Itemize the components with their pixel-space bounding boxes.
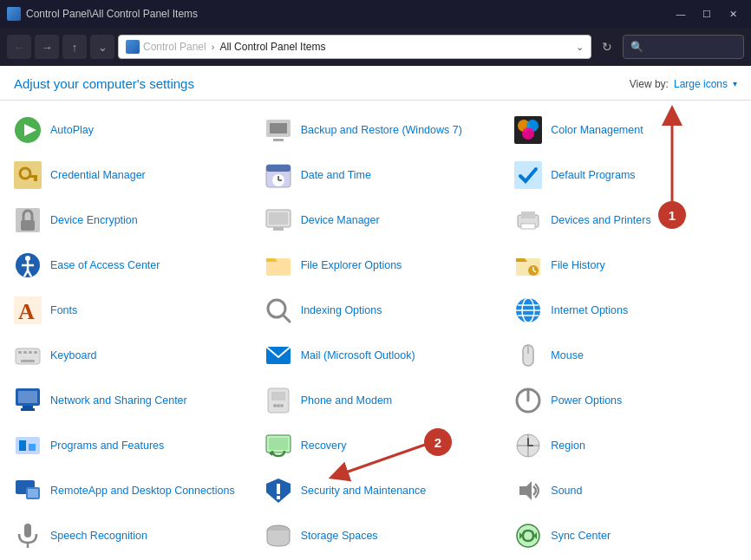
control-panel-item-keyboard[interactable]: Keyboard [0, 333, 251, 378]
search-input[interactable] [623, 35, 744, 59]
control-panel-item-recovery[interactable]: Recovery [251, 423, 501, 468]
security-maintenance-icon [264, 477, 292, 505]
control-panel-grid: AutoPlayBackup and Restore (Windows 7)Co… [0, 101, 751, 560]
sync-center-label: Sync Center [551, 529, 611, 543]
svg-rect-23 [273, 227, 284, 231]
power-options-label: Power Options [551, 394, 622, 407]
forward-button[interactable]: → [35, 35, 59, 59]
keyboard-label: Keyboard [50, 348, 97, 362]
control-panel-item-programs-features[interactable]: Programs and Features [0, 423, 251, 468]
svg-rect-50 [29, 351, 32, 354]
control-panel-item-sync-center[interactable]: Sync Center [500, 513, 751, 558]
control-panel-item-devices-printers[interactable]: Devices and Printers [500, 198, 751, 243]
control-panel-item-network-sharing[interactable]: Network and Sharing Center [0, 378, 251, 423]
svg-rect-69 [29, 444, 36, 451]
svg-point-64 [280, 404, 284, 407]
address-box[interactable]: Control Panel › All Control Panel Items … [118, 35, 591, 59]
control-panel-item-ease-of-access[interactable]: Ease of Access Center [0, 243, 251, 288]
phone-modem-label: Phone and Modem [301, 394, 393, 407]
date-time-label: Date and Time [301, 168, 371, 182]
recent-button[interactable]: ⌄ [90, 35, 114, 59]
file-history-icon [514, 251, 542, 279]
close-button[interactable]: ✕ [722, 5, 744, 23]
region-label: Region [551, 439, 585, 453]
fonts-icon: A [14, 296, 42, 324]
control-panel-item-sound[interactable]: Sound [500, 468, 751, 513]
control-panel-item-storage-spaces[interactable]: Storage Spaces [251, 513, 501, 558]
svg-rect-83 [277, 496, 280, 499]
svg-point-8 [522, 127, 534, 140]
devices-printers-icon [514, 206, 542, 234]
color-management-icon [514, 116, 542, 144]
svg-point-28 [25, 256, 30, 261]
svg-rect-48 [18, 351, 22, 354]
control-panel-item-internet-options[interactable]: Internet Options [500, 288, 751, 333]
refresh-button[interactable]: ↻ [595, 35, 619, 59]
path-icon [126, 40, 140, 54]
device-encryption-label: Device Encryption [50, 213, 138, 227]
file-explorer-options-icon [264, 251, 292, 279]
maximize-button[interactable]: ☐ [695, 5, 718, 23]
control-panel-item-mouse[interactable]: Mouse [500, 333, 751, 378]
control-panel-item-credential-manager[interactable]: Credential Manager [0, 153, 251, 198]
control-panel-item-file-explorer-options[interactable]: File Explorer Options [251, 243, 501, 288]
device-encryption-icon [14, 206, 42, 234]
control-panel-item-fonts[interactable]: AFonts [0, 288, 251, 333]
internet-options-icon [514, 296, 542, 324]
control-panel-item-autoplay[interactable]: AutoPlay [0, 107, 251, 153]
svg-rect-82 [277, 484, 280, 494]
control-panel-item-indexing-options[interactable]: Indexing Options [251, 288, 501, 333]
control-panel-item-phone-modem[interactable]: Phone and Modem [251, 378, 501, 423]
svg-rect-11 [29, 175, 37, 178]
path-part-1: Control Panel [143, 41, 206, 53]
svg-rect-85 [24, 524, 31, 537]
svg-rect-71 [269, 438, 288, 450]
control-panel-item-device-encryption[interactable]: Device Encryption [0, 198, 251, 243]
network-sharing-icon [14, 387, 42, 414]
view-by-label: View by: [630, 78, 669, 90]
control-panel-item-device-manager[interactable]: Device Manager [251, 198, 501, 243]
mail-icon [264, 342, 292, 369]
device-manager-icon [264, 206, 292, 234]
control-panel-item-file-history[interactable]: File History [500, 243, 751, 288]
control-panel-item-region[interactable]: Region [500, 423, 751, 468]
backup-restore-icon [264, 116, 292, 144]
control-panel-item-default-programs[interactable]: Default Programs [500, 153, 751, 198]
credential-manager-label: Credential Manager [50, 168, 146, 182]
default-programs-icon [514, 161, 542, 189]
svg-rect-3 [270, 123, 287, 133]
network-sharing-label: Network and Sharing Center [50, 394, 187, 407]
view-by-control[interactable]: View by: Large icons ▾ [630, 78, 737, 90]
control-panel-item-backup-restore[interactable]: Backup and Restore (Windows 7) [251, 107, 501, 153]
control-panel-item-security-maintenance[interactable]: Security and Maintenance [251, 468, 501, 513]
ease-of-access-label: Ease of Access Center [50, 258, 160, 272]
svg-text:A: A [18, 299, 35, 324]
control-panel-item-power-options[interactable]: Power Options [500, 378, 751, 423]
control-panel-item-color-management[interactable]: Color Management [500, 107, 751, 153]
control-panel-item-date-time[interactable]: Date and Time [251, 153, 501, 198]
chevron-down-icon[interactable]: ▾ [733, 79, 737, 88]
indexing-options-icon [264, 296, 292, 324]
header-bar: Adjust your computer's settings View by:… [0, 66, 751, 101]
security-maintenance-label: Security and Maintenance [301, 484, 427, 498]
svg-rect-12 [34, 178, 37, 181]
svg-rect-68 [19, 440, 26, 451]
control-panel-item-mail[interactable]: Mail (Microsoft Outlook) [251, 333, 501, 378]
indexing-options-label: Indexing Options [301, 303, 382, 317]
svg-rect-59 [21, 408, 35, 411]
view-by-value[interactable]: Large icons [674, 78, 728, 90]
fonts-label: Fonts [50, 303, 77, 317]
remoteapp-icon [14, 477, 42, 505]
app-icon [7, 7, 21, 21]
window-controls: — ☐ ✕ [669, 5, 744, 23]
svg-point-62 [273, 404, 277, 407]
control-panel-item-remoteapp[interactable]: RemoteApp and Desktop Connections [0, 468, 251, 513]
svg-rect-61 [271, 392, 285, 400]
control-panel-item-speech-recognition[interactable]: Speech Recognition [0, 513, 251, 558]
back-button[interactable]: ← [7, 35, 31, 59]
up-button[interactable]: ↑ [62, 35, 87, 59]
sound-label: Sound [551, 484, 582, 498]
devices-printers-label: Devices and Printers [551, 213, 650, 227]
minimize-button[interactable]: — [669, 5, 692, 23]
address-dropdown-icon[interactable]: ⌄ [576, 42, 584, 53]
